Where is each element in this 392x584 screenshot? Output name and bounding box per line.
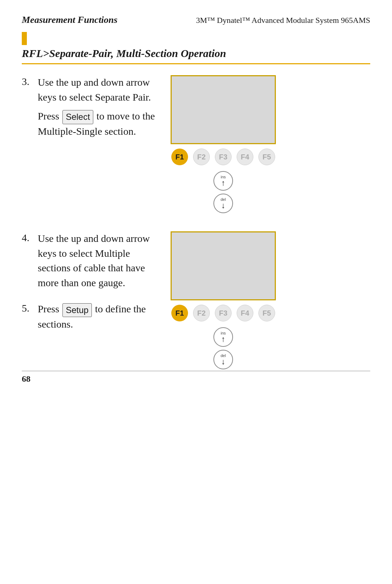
fkeys-row-1: F1 F2 F3 F4 F5	[171, 149, 275, 165]
select-key: Select	[62, 110, 93, 124]
step-3-number: 3.	[22, 75, 33, 143]
page-header: Measurement Functions 3M™ Dynatel™ Advan…	[22, 15, 370, 25]
step-4-number: 4.	[22, 231, 33, 295]
device-screen-1	[171, 75, 276, 144]
page-container: Measurement Functions 3M™ Dynatel™ Advan…	[0, 0, 392, 395]
down-arrow-1: ↓	[221, 202, 225, 210]
f5-key-2[interactable]: F5	[258, 305, 275, 321]
title-row	[22, 32, 370, 45]
text-column-1: 3. Use the up and down arrow keys to sel…	[22, 75, 156, 217]
step-5-text-2: Press Setup to define the sections.	[38, 302, 156, 332]
nav-buttons-1: ins ↑ del ↓	[213, 171, 233, 213]
title-underline	[22, 63, 370, 64]
down-arrow-2: ↓	[221, 358, 225, 366]
content-area-2: 4. Use the up and down arrow keys to sel…	[22, 231, 370, 373]
step-5-text: Press Setup to define the sections.	[38, 302, 156, 336]
step-3-text: Use the up and down arrow keys to select…	[38, 75, 156, 143]
f4-key-2[interactable]: F4	[237, 305, 253, 321]
step-4-text: Use the up and down arrow keys to select…	[38, 231, 156, 295]
up-arrow-2: ↑	[221, 335, 225, 343]
f4-key-1[interactable]: F4	[237, 149, 253, 165]
f2-key-2[interactable]: F2	[193, 305, 210, 321]
del-button-1[interactable]: del ↓	[213, 194, 233, 213]
step-3-prefix: Press	[38, 110, 62, 122]
step-5-number: 5.	[22, 302, 33, 336]
ins-button-1[interactable]: ins ↑	[213, 171, 233, 191]
image-column-1: F1 F2 F3 F4 F5 ins ↑ del ↓	[171, 75, 276, 217]
step-3-text-1: Use the up and down arrow keys to select…	[38, 75, 156, 105]
step-4-text-1: Use the up and down arrow keys to select…	[38, 231, 156, 290]
header-left: Measurement Functions	[22, 15, 118, 25]
f1-key-active-2[interactable]: F1	[171, 305, 188, 321]
setup-key: Setup	[62, 303, 92, 317]
device-screen-2	[171, 231, 276, 300]
nav-buttons-2: ins ↑ del ↓	[213, 327, 233, 369]
ins-button-2[interactable]: ins ↑	[213, 327, 233, 347]
text-column-2: 4. Use the up and down arrow keys to sel…	[22, 231, 156, 373]
title-accent	[22, 32, 27, 45]
content-area-1: 3. Use the up and down arrow keys to sel…	[22, 75, 370, 217]
f2-key-1[interactable]: F2	[193, 149, 210, 165]
f1-key-active-1[interactable]: F1	[171, 149, 188, 165]
up-arrow-1: ↑	[221, 179, 225, 187]
step-3: 3. Use the up and down arrow keys to sel…	[22, 75, 156, 143]
step-5-prefix: Press	[38, 303, 62, 315]
section-title: RFL>Separate-Pair, Multi-Section Operati…	[22, 47, 370, 60]
fkeys-row-2: F1 F2 F3 F4 F5	[171, 305, 275, 321]
f3-key-1[interactable]: F3	[215, 149, 232, 165]
header-right: 3M™ Dynatel™ Advanced Modular System 965…	[196, 16, 370, 25]
step-3-text-2: Press Select to move to the Multiple-Sin…	[38, 109, 156, 139]
del-button-2[interactable]: del ↓	[213, 350, 233, 369]
step-5: 5. Press Setup to define the sections.	[22, 302, 156, 336]
f3-key-2[interactable]: F3	[215, 305, 232, 321]
image-column-2: F1 F2 F3 F4 F5 ins ↑ del ↓	[171, 231, 276, 373]
f5-key-1[interactable]: F5	[258, 149, 275, 165]
page-footer: 68	[22, 371, 370, 384]
footer-page-number: 68	[22, 374, 30, 384]
step-4: 4. Use the up and down arrow keys to sel…	[22, 231, 156, 295]
